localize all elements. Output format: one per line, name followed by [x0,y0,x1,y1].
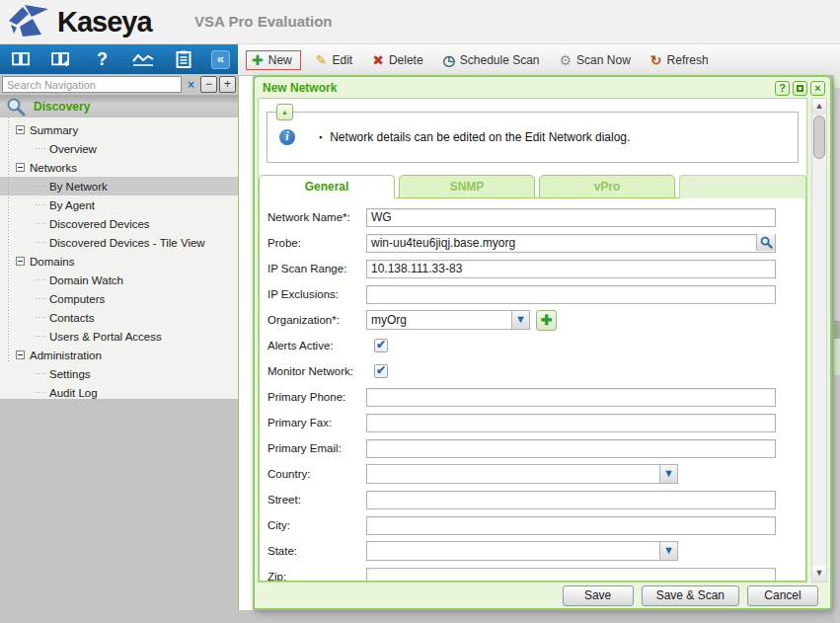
form-row-alerts-active: Alerts Active: [267,333,805,358]
primary-email-input[interactable] [366,439,776,458]
form-row-primary-email: Primary Email: [267,435,805,461]
tree-item-domains[interactable]: Domains [0,252,238,271]
form-row-city: City: [267,512,805,538]
form-row-primary-fax: Primary Fax: [267,410,805,435]
collapse-node-icon[interactable] [16,125,25,134]
sidebar-icon-bar: ? « [0,44,238,74]
kaseya-logo-icon [8,4,51,39]
toolbar-button-label: Scan Now [576,53,631,67]
scrollbar-thumb[interactable] [813,116,825,159]
background-panel-sliver-left [238,76,253,610]
collapse-node-icon[interactable] [16,163,25,172]
general-tab-form: Network Name*: Probe: [259,197,806,582]
delete-button[interactable]: Delete [367,50,427,70]
form-row-network-name: Network Name*: [267,204,805,230]
network-name-input[interactable] [366,208,776,227]
tab-snmp[interactable]: SNMP [399,175,535,198]
tab-general[interactable]: General [259,175,395,198]
ip-exclusions-input[interactable] [366,285,776,304]
scan-now-button[interactable]: Scan Now [555,50,636,70]
zip-input[interactable] [366,568,776,583]
dialog-content: ▲ i Network details can be edited on the… [258,98,807,583]
field-label: Organization*: [267,314,366,326]
schedule-scan-button[interactable]: Schedule Scan [438,50,545,70]
search-input[interactable] [2,76,182,93]
organization-value: myOrg [367,313,511,327]
tree-item-label: Contacts [49,312,94,324]
magnifier-icon [6,97,26,117]
tree-item-label: Summary [30,124,78,136]
chart-icon[interactable] [130,48,156,70]
tree-item-discovered-devices-tile-view[interactable]: Discovered Devices - Tile View [0,233,238,252]
tree-item-computers[interactable]: Computers [0,289,238,308]
toolbar-button-label: New [268,53,292,67]
bookmark-add-icon[interactable] [48,48,74,70]
dialog-help-button[interactable]: ? [775,81,790,96]
primary-phone-input[interactable] [366,388,776,407]
add-organization-button[interactable]: ✚ [536,310,557,331]
collapse-info-button[interactable]: ▲ [276,104,293,120]
tree-item-summary[interactable]: Summary [0,120,238,139]
info-row: i Network details can be edited on the E… [267,113,798,162]
tree-item-networks[interactable]: Networks [0,158,238,177]
chevron-down-icon: ▼ [659,465,677,483]
country-select[interactable]: ▼ [366,464,678,484]
tree-item-audit-log[interactable]: Audit Log [0,383,238,402]
refresh-button[interactable]: Refresh [646,50,714,70]
nav-search-row: × − + [0,74,238,96]
tree-item-discovered-devices[interactable]: Discovered Devices [0,214,238,233]
save-and-scan-button[interactable]: Save & Scan [642,585,739,606]
probe-input[interactable] [366,234,776,253]
street-input[interactable] [366,491,776,509]
tree-item-settings[interactable]: Settings [0,364,238,383]
form-row-probe: Probe: [267,230,805,256]
dialog-scrollbar[interactable]: ▲ ▼ [811,98,827,583]
save-button[interactable]: Save [563,585,634,606]
top-header: Kaseya VSA Pro Evaluation [0,0,840,44]
probe-search-button[interactable] [756,234,775,251]
new-button[interactable]: New [246,50,301,70]
dialog-maximize-button[interactable] [793,81,807,96]
tree-item-contacts[interactable]: Contacts [0,308,238,327]
tree-item-label: Computers [49,293,105,305]
tab-vpro[interactable]: vPro [539,175,675,198]
ip-scan-range-input[interactable] [366,260,776,278]
tree-collapse-all-button[interactable]: − [200,76,217,93]
tree-item-by-agent[interactable]: By Agent [0,195,238,214]
scroll-down-icon[interactable]: ▼ [812,566,826,582]
probe-input-wrap [366,233,776,253]
city-input[interactable] [366,516,776,535]
alerts-active-checkbox[interactable] [374,339,388,352]
scroll-up-icon[interactable]: ▲ [812,99,826,115]
cancel-button[interactable]: Cancel [747,585,818,606]
help-icon[interactable]: ? [89,48,115,70]
field-label: Primary Fax: [267,417,366,428]
tree-item-by-network[interactable]: By Network [0,177,238,195]
tree-item-domain-watch[interactable]: Domain Watch [0,271,238,289]
organization-select[interactable]: myOrg ▼ [366,310,530,330]
tree-item-administration[interactable]: Administration [0,346,238,364]
form-row-organization: Organization*: myOrg ▼ ✚ [267,307,805,333]
app-title: VSA Pro Evaluation [194,13,332,30]
clear-search-icon[interactable]: × [184,78,198,92]
tree-item-label: Overview [49,143,97,155]
dialog-close-button[interactable]: × [810,81,825,96]
primary-fax-input[interactable] [366,414,776,432]
info-message: Network details can be edited on the Edi… [319,130,630,144]
refresh-icon [650,53,662,67]
tree-item-users-portal-access[interactable]: Users & Portal Access [0,327,238,346]
background-panel-sliver-right [834,74,840,623]
collapse-sidebar-button[interactable]: « [211,50,230,69]
collapse-node-icon[interactable] [16,257,25,266]
tree-expand-all-button[interactable]: + [219,76,236,93]
kaseya-logo: Kaseya [8,4,152,39]
tree-item-overview[interactable]: Overview [0,139,238,158]
clipboard-icon[interactable] [171,48,196,70]
state-select[interactable]: ▼ [366,541,678,561]
edit-button[interactable]: Edit [311,50,357,70]
bookmarks-icon[interactable] [8,48,34,70]
scrollbar-track[interactable] [812,160,826,566]
module-title: Discovery [34,100,90,114]
collapse-node-icon[interactable] [16,350,25,359]
monitor-network-checkbox[interactable] [374,364,388,378]
